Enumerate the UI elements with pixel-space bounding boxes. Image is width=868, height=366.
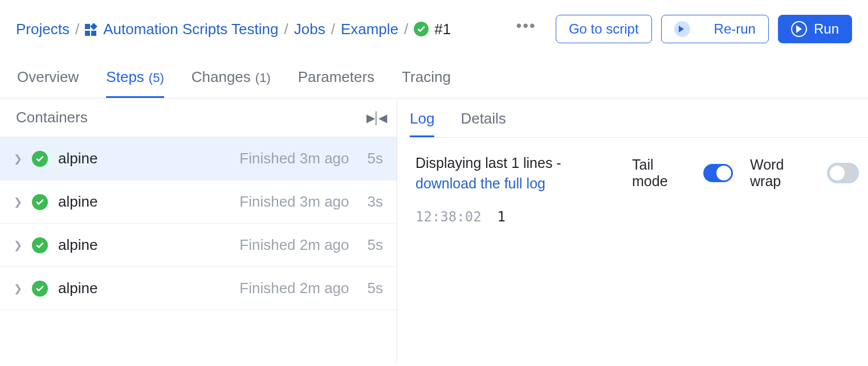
- breadcrumb-run-number: #1: [434, 20, 451, 38]
- breadcrumb-separator: /: [75, 20, 79, 38]
- breadcrumb-separator: /: [331, 20, 335, 38]
- run-button[interactable]: Run: [778, 15, 852, 43]
- log-timestamp: 12:38:02: [415, 209, 482, 225]
- breadcrumb-job[interactable]: Example: [341, 20, 398, 38]
- subtab-details[interactable]: Details: [461, 110, 506, 137]
- more-actions-icon[interactable]: •••: [506, 17, 546, 35]
- container-duration: 5s: [368, 279, 383, 297]
- chevron-right-icon: ❯: [14, 282, 22, 295]
- container-name: alpine: [58, 279, 229, 297]
- container-finished: Finished 2m ago: [239, 236, 349, 254]
- log-panel: Log Details Displaying last 1 lines - do…: [397, 98, 868, 362]
- breadcrumb-project[interactable]: Automation Scripts Testing: [103, 20, 278, 38]
- project-icon: [85, 24, 97, 36]
- status-success-icon: [32, 194, 48, 210]
- containers-title: Containers: [16, 109, 88, 126]
- breadcrumb-projects[interactable]: Projects: [16, 20, 70, 38]
- container-duration: 3s: [368, 193, 383, 211]
- status-success-icon: [32, 281, 48, 297]
- tab-changes-label: Changes: [191, 68, 251, 86]
- status-success-icon: [32, 237, 48, 253]
- play-icon: [679, 26, 684, 32]
- tab-steps[interactable]: Steps (5): [106, 68, 164, 98]
- breadcrumb: Projects / Automation Scripts Testing / …: [16, 20, 502, 38]
- tab-tracing[interactable]: Tracing: [402, 68, 451, 98]
- log-line: 12:38:02 1: [410, 199, 868, 235]
- containers-panel: Containers ▶│◀ ❯ alpine Finished 3m ago …: [0, 98, 397, 362]
- container-row[interactable]: ❯ alpine Finished 3m ago 3s: [0, 180, 397, 223]
- word-wrap-label: Word wrap: [750, 157, 811, 190]
- tail-mode-toggle[interactable]: [703, 164, 733, 182]
- log-display-info: Displaying last 1 lines - download the f…: [415, 153, 598, 194]
- container-row[interactable]: ❯ alpine Finished 2m ago 5s: [0, 223, 397, 266]
- breadcrumb-separator: /: [284, 20, 288, 38]
- log-display-text: Displaying last 1 lines -: [415, 155, 561, 171]
- status-success-icon: [414, 22, 429, 36]
- container-row[interactable]: ❯ alpine Finished 2m ago 5s: [0, 266, 397, 310]
- breadcrumb-separator: /: [404, 20, 408, 38]
- container-finished: Finished 2m ago: [239, 279, 349, 297]
- rerun-button[interactable]: Re-run: [661, 15, 769, 43]
- tab-parameters[interactable]: Parameters: [298, 68, 374, 98]
- log-message: 1: [498, 209, 506, 225]
- download-full-log-link[interactable]: download the full log: [415, 175, 545, 191]
- go-to-script-button[interactable]: Go to script: [556, 15, 652, 43]
- container-row[interactable]: ❯ alpine Finished 3m ago 5s: [0, 137, 397, 180]
- chevron-right-icon: ❯: [14, 196, 22, 208]
- container-duration: 5s: [368, 150, 383, 167]
- container-name: alpine: [58, 150, 229, 167]
- tab-steps-count: (5): [149, 71, 164, 85]
- container-name: alpine: [58, 236, 229, 254]
- tab-overview[interactable]: Overview: [17, 68, 79, 98]
- tab-changes[interactable]: Changes (1): [191, 68, 271, 98]
- collapse-panel-icon[interactable]: ▶│◀: [366, 111, 386, 125]
- status-success-icon: [32, 151, 48, 167]
- play-circle-icon: [791, 21, 807, 37]
- tabs: Overview Steps (5) Changes (1) Parameter…: [0, 43, 868, 98]
- run-button-label: Run: [814, 21, 839, 37]
- container-finished: Finished 3m ago: [239, 150, 349, 167]
- tab-changes-count: (1): [255, 71, 271, 85]
- chevron-right-icon: ❯: [14, 153, 22, 165]
- container-duration: 5s: [368, 236, 383, 254]
- chevron-right-icon: ❯: [14, 239, 22, 252]
- breadcrumb-jobs[interactable]: Jobs: [294, 20, 325, 38]
- tail-mode-label: Tail mode: [632, 157, 686, 190]
- container-finished: Finished 3m ago: [239, 193, 349, 211]
- tab-steps-label: Steps: [106, 68, 144, 86]
- word-wrap-toggle[interactable]: [828, 164, 858, 182]
- container-name: alpine: [58, 193, 229, 211]
- rerun-button-label: Re-run: [714, 21, 756, 37]
- subtab-log[interactable]: Log: [410, 110, 434, 137]
